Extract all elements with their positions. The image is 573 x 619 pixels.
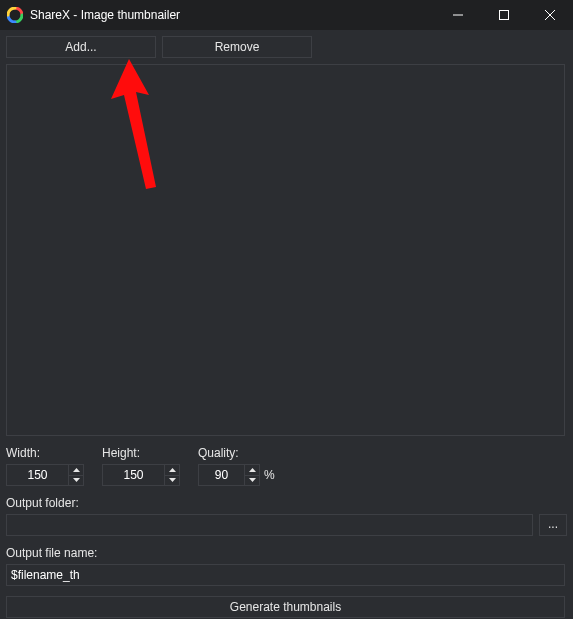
height-step-up[interactable] (165, 465, 179, 476)
browse-folder-button[interactable]: ... (539, 514, 567, 536)
remove-button[interactable]: Remove (162, 36, 312, 58)
svg-marker-4 (111, 59, 156, 189)
width-label: Width: (6, 446, 84, 460)
svg-marker-5 (73, 468, 80, 472)
svg-rect-1 (500, 11, 509, 20)
quality-stepper[interactable] (198, 464, 260, 486)
output-folder-label: Output folder: (6, 496, 567, 510)
sharex-app-icon (6, 6, 24, 24)
quality-percent-label: % (264, 468, 275, 482)
width-group: Width: (6, 446, 84, 486)
quality-step-up[interactable] (245, 465, 259, 476)
output-filename-section: Output file name: (6, 546, 567, 586)
generate-thumbnails-button[interactable]: Generate thumbnails (6, 596, 565, 618)
height-label: Height: (102, 446, 180, 460)
quality-group: Quality: % (198, 446, 275, 486)
add-button[interactable]: Add... (6, 36, 156, 58)
output-filename-label: Output file name: (6, 546, 567, 560)
file-list-panel[interactable] (6, 64, 565, 436)
quality-input[interactable] (198, 464, 244, 486)
height-stepper[interactable] (102, 464, 180, 486)
width-stepper[interactable] (6, 464, 84, 486)
height-spinner (164, 464, 180, 486)
quality-step-down[interactable] (245, 476, 259, 486)
dimensions-row: Width: Height: (6, 446, 567, 486)
width-input[interactable] (6, 464, 68, 486)
window-title: ShareX - Image thumbnailer (30, 0, 435, 30)
output-folder-section: Output folder: ... (6, 496, 567, 536)
width-step-down[interactable] (69, 476, 83, 486)
close-button[interactable] (527, 0, 573, 30)
file-buttons-row: Add... Remove (6, 36, 567, 58)
title-bar: ShareX - Image thumbnailer (0, 0, 573, 30)
width-spinner (68, 464, 84, 486)
minimize-button[interactable] (435, 0, 481, 30)
height-input[interactable] (102, 464, 164, 486)
height-step-down[interactable] (165, 476, 179, 486)
window-controls (435, 0, 573, 30)
svg-marker-7 (169, 468, 176, 472)
svg-marker-10 (249, 478, 256, 482)
output-filename-input[interactable] (6, 564, 565, 586)
height-group: Height: (102, 446, 180, 486)
annotation-arrow-icon (44, 47, 174, 210)
output-folder-input[interactable] (6, 514, 533, 536)
svg-marker-6 (73, 478, 80, 482)
svg-marker-8 (169, 478, 176, 482)
quality-spinner (244, 464, 260, 486)
quality-label: Quality: (198, 446, 275, 460)
maximize-button[interactable] (481, 0, 527, 30)
svg-marker-9 (249, 468, 256, 472)
width-step-up[interactable] (69, 465, 83, 476)
